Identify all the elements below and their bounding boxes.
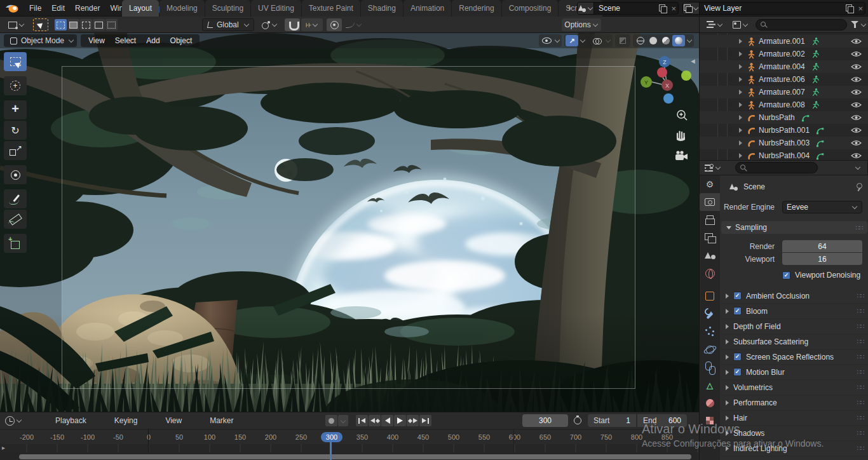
pin-icon[interactable]	[855, 183, 862, 191]
pose-icon[interactable]	[811, 100, 820, 110]
ruler-tick[interactable]: -200	[11, 433, 42, 441]
properties-tab[interactable]	[700, 394, 720, 412]
tool-button[interactable]	[4, 165, 27, 184]
workspace-tab[interactable]: Compositing	[502, 0, 559, 17]
new-scene-icon[interactable]	[658, 3, 668, 13]
timeline-menu-item[interactable]: View	[165, 416, 182, 425]
current-frame-field[interactable]: 300	[522, 414, 568, 427]
pose-icon[interactable]	[811, 88, 820, 97]
outliner-item-name[interactable]: NurbsPath.004	[759, 151, 810, 160]
visibility-dropdown[interactable]	[539, 34, 562, 47]
eye-icon[interactable]	[851, 76, 862, 83]
3d-viewport[interactable]: Object Mode ViewSelectAddObject ↗	[0, 33, 699, 412]
menu-item[interactable]: File	[24, 0, 46, 17]
outliner-item[interactable]: NurbsPath.001	[700, 124, 868, 137]
gizmo-y-neg[interactable]	[681, 71, 691, 81]
select-mode-tweak[interactable]	[55, 19, 67, 30]
transport-button[interactable]	[369, 415, 381, 426]
properties-tab[interactable]	[700, 341, 720, 358]
expand-icon[interactable]	[739, 39, 742, 44]
ruler-tick[interactable]: 400	[377, 433, 408, 441]
panel-section[interactable]: ✓ Motion Blur ∷∷	[720, 365, 868, 380]
transport-button[interactable]	[394, 415, 406, 426]
transport-button[interactable]	[419, 415, 431, 426]
workspace-tab[interactable]: Layout	[122, 0, 159, 17]
expand-icon[interactable]	[739, 128, 742, 133]
ruler-tick[interactable]: 650	[530, 433, 560, 441]
properties-tab[interactable]	[700, 264, 720, 282]
pose-icon[interactable]	[811, 75, 820, 85]
expand-icon[interactable]	[739, 51, 742, 57]
outliner-item-name[interactable]: Armature.004	[759, 62, 805, 71]
expand-icon[interactable]	[726, 355, 729, 360]
eye-icon[interactable]	[851, 152, 862, 159]
rendered-scene-canvas[interactable]	[0, 33, 699, 412]
scene-icon[interactable]	[578, 3, 594, 14]
timeline-editor-icon[interactable]	[5, 416, 15, 426]
tool-button[interactable]	[4, 76, 27, 95]
properties-tab[interactable]	[700, 247, 720, 264]
start-frame-field[interactable]: Start 1	[588, 414, 636, 427]
properties-tab[interactable]	[700, 229, 720, 247]
ruler-tick[interactable]: 200	[255, 433, 286, 441]
playhead[interactable]	[330, 442, 332, 460]
scene-selector[interactable]: Scene ×	[577, 2, 679, 15]
close-icon[interactable]: ×	[669, 4, 678, 13]
ruler-tick[interactable]: -100	[72, 433, 103, 441]
workspace-tab[interactable]: Rendering	[452, 0, 501, 17]
select-mode-extend[interactable]	[105, 19, 118, 30]
panel-section[interactable]: ✓ Volumetrics ∷∷	[720, 380, 868, 395]
sampling-value-field[interactable]: 16	[782, 253, 862, 265]
panel-section[interactable]: ✓ Ambient Occlusion ∷∷	[720, 288, 868, 304]
section-checkbox[interactable]: ✓	[733, 353, 742, 361]
panel-section[interactable]: ✓ Depth of Field ∷∷	[720, 319, 868, 334]
ruler-tick[interactable]: 700	[560, 433, 591, 441]
section-checkbox[interactable]: ✓	[733, 368, 742, 376]
panel-section[interactable]: ✓ Subsurface Scattering ∷∷	[720, 334, 868, 349]
snap-type-dropdown[interactable]	[258, 18, 281, 31]
editor-type-button[interactable]	[4, 18, 29, 31]
view-layer-icon[interactable]	[683, 3, 700, 14]
properties-search-input[interactable]	[750, 164, 813, 172]
panel-section[interactable]: ✓ Shadows ∷∷	[720, 426, 868, 441]
ruler-tick[interactable]: 850	[652, 433, 682, 441]
expand-icon[interactable]	[726, 324, 729, 329]
properties-tab[interactable]	[700, 287, 720, 305]
panel-section[interactable]: ✓ Screen Space Reflections ∷∷	[720, 349, 868, 365]
panel-section[interactable]: ✓ Bloom ∷∷	[720, 304, 868, 319]
workspace-tab[interactable]: Shading	[361, 0, 403, 17]
pose-icon[interactable]	[811, 50, 820, 59]
expand-icon[interactable]	[739, 90, 742, 95]
viewport-menu-item[interactable]: Object	[165, 36, 198, 45]
ruler-tick[interactable]: 450	[408, 433, 438, 441]
render-engine-dropdown[interactable]: Eevee	[782, 201, 862, 213]
expand-icon[interactable]	[739, 140, 742, 145]
pan-hand-icon[interactable]	[677, 132, 685, 141]
expand-icon[interactable]	[739, 102, 742, 107]
outliner-item-name[interactable]: Armature.006	[759, 75, 805, 84]
outliner-item[interactable]: Armature.004	[700, 60, 868, 73]
properties-search[interactable]	[735, 162, 818, 173]
ruler-tick[interactable]: 350	[347, 433, 377, 441]
shading-solid-button[interactable]	[647, 35, 660, 46]
expand-icon[interactable]	[739, 77, 742, 82]
tool-button[interactable]	[4, 234, 27, 253]
sampling-panel-header[interactable]: Sampling ∷∷	[721, 221, 867, 234]
viewport-menu-item[interactable]: View	[83, 36, 110, 45]
gizmo-x-neg[interactable]	[657, 67, 667, 78]
ruler-tick[interactable]: -150	[42, 433, 72, 441]
outliner-item[interactable]: NurbsPath	[700, 111, 868, 124]
outliner-display-mode-dropdown[interactable]	[729, 18, 752, 31]
new-view-layer-icon[interactable]	[844, 3, 855, 13]
shading-material-button[interactable]	[660, 35, 672, 46]
camera-view-icon[interactable]	[675, 151, 688, 160]
timeline-track-area[interactable]	[0, 444, 699, 452]
panel-section[interactable]: ✓ Performance ∷∷	[720, 395, 868, 410]
timeline-expand-icon[interactable]: ▸	[2, 444, 5, 451]
view-layer-selector[interactable]: View Layer ×	[682, 2, 865, 15]
properties-tab[interactable]	[700, 323, 720, 341]
proportional-falloff-dropdown[interactable]	[343, 18, 365, 31]
ruler-tick[interactable]: 800	[621, 433, 652, 441]
eye-icon[interactable]	[851, 63, 862, 71]
transform-orientation-dropdown[interactable]: Global	[202, 18, 254, 31]
